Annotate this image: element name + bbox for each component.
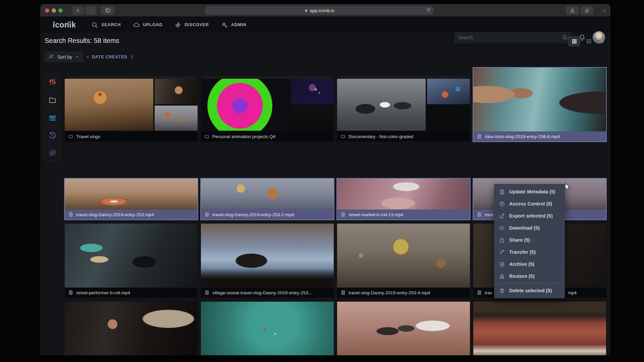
video-thumbnail [65,224,198,288]
share-button[interactable] [566,6,579,15]
chevron-down-icon [75,55,79,59]
menu-item-transfer[interactable]: Transfer (5) [494,246,565,258]
iconik-logo[interactable]: iconik [53,20,76,29]
rail-filters-button[interactable] [45,74,60,90]
search-input[interactable] [454,32,571,43]
view-settings-button[interactable] [596,36,608,46]
zoom-window-button[interactable] [58,8,63,13]
filter-chip-date-created[interactable]: DATE CREATED [86,51,134,62]
rail-collections-button[interactable] [45,92,60,108]
collection-card[interactable]: Documentary - Not-color-graded [337,79,470,141]
menu-item-update-metadata[interactable]: Update Metadata (5) [494,186,565,198]
nav-item-search[interactable]: SEARCH [91,21,121,28]
video-thumbnail [337,302,470,355]
folder-icon [68,134,73,139]
asset-card[interactable] [65,302,198,355]
folder-icon [205,134,209,139]
collection-card[interactable]: Personal animation projects Q4 [201,79,334,141]
delete-trash-icon [499,288,505,294]
list-icon [586,38,592,44]
filters-sliders-icon [48,78,57,86]
menu-item-archive[interactable]: Archive (5) [494,258,565,270]
asset-card-selected[interactable]: Alex-intro-vlog-2019-entry-256-6.mp4 [473,68,606,141]
asset-card[interactable]: street-performer-b-roll.mp4 [65,224,198,298]
export-icon [499,213,505,219]
app-nav-bar: iconik SEARCH UPLOAD DISCOVER ADMIN [40,17,610,33]
asset-card[interactable]: travel-vlog-Danny-2019-entry-253-4.mp4 [337,224,470,298]
list-view-button[interactable] [583,36,595,46]
film-icon [341,212,345,217]
nav-item-upload[interactable]: UPLOAD [133,21,162,28]
discover-compass-icon [174,21,181,28]
asset-card[interactable] [337,302,470,355]
collection-card[interactable]: Travel vlogs [65,79,198,141]
menu-item-access-control[interactable]: Access Control (5) [494,198,565,210]
nav-item-discover[interactable]: DISCOVER [174,21,209,28]
video-thumbnail [201,224,334,288]
folder-icon [48,96,57,104]
share-icon [499,237,505,243]
asset-card-selected[interactable]: travel-vlog-Danny-2019-entry-253.mp4 [65,179,198,220]
menu-item-export-selected[interactable]: Export selected (5) [494,210,565,222]
upload-cloud-icon [133,21,140,28]
browser-window: app.iconik.io iconik SEARCH UPLOAD DISCO… [40,4,610,355]
restore-icon [499,274,505,279]
menu-divider [498,283,560,284]
tabs-icon [585,8,590,13]
folder-icon [341,134,345,139]
lock-icon [304,8,308,12]
menu-item-restore[interactable]: Restore (5) [494,270,565,282]
collection-title-bar: Personal animation projects Q4 [201,131,334,141]
asset-card-selected[interactable]: travel-vlog-Danny-2019-entry-253-2.mp4 [201,179,334,220]
video-thumbnail [65,302,198,355]
video-thumbnail [201,302,334,355]
film-icon [68,290,73,295]
film-icon [205,290,209,295]
grid-view-button[interactable] [568,36,580,46]
url-text: app.iconik.io [310,8,334,13]
chevron-right-icon [89,8,94,13]
sort-by-button[interactable]: Sort by [45,51,83,62]
search-icon [562,35,568,41]
grid-icon [572,39,577,44]
menu-item-share[interactable]: Share (5) [494,234,565,246]
logo-dot [53,21,55,23]
asset-card[interactable] [473,302,606,355]
mouse-cursor [564,183,572,191]
video-thumbnail [473,68,606,131]
logo-dot [68,21,69,23]
address-bar[interactable]: app.iconik.io [205,6,433,15]
gear-icon [599,38,605,44]
asset-card-selected[interactable]: street-market-b-roll-13.mp4 [337,179,470,220]
back-button[interactable] [72,6,84,15]
asset-title-bar: Alex-intro-vlog-2019-entry-256-6.mp4 [473,131,606,141]
reload-icon[interactable] [426,8,431,13]
metadata-icon [499,189,505,195]
rail-history-button[interactable] [45,128,60,143]
download-icon [499,225,505,231]
global-search-field [454,32,571,43]
sort-direction-icon[interactable] [130,55,134,59]
film-icon [68,212,73,217]
menu-item-download[interactable]: Download (5) [494,222,565,234]
film-icon [205,212,209,217]
sidebar-toggle-button[interactable] [101,6,115,15]
asset-card[interactable]: village-reveal-travel-vlog-Danny-2019-en… [201,224,334,298]
new-tab-icon[interactable] [602,8,607,13]
menu-item-delete-selected[interactable]: Delete selected (5) [494,285,565,297]
tab-overview-button[interactable] [581,6,593,15]
forward-button[interactable] [85,6,97,15]
minimize-window-button[interactable] [52,8,56,13]
video-thumbnail [337,179,470,209]
asset-card[interactable] [201,302,334,355]
rail-discover-off-button[interactable] [45,145,60,161]
collection-title-bar: Travel vlogs [65,131,198,141]
nav-item-admin[interactable]: ADMIN [221,21,246,28]
page-title: Search Results: 58 items [45,37,119,45]
remove-filter-icon[interactable] [86,55,90,59]
archive-icon [499,261,505,267]
rail-search-archive-button[interactable] [45,110,60,126]
close-window-button[interactable] [45,8,49,13]
film-icon [477,212,482,217]
compass-off-icon [48,149,57,157]
